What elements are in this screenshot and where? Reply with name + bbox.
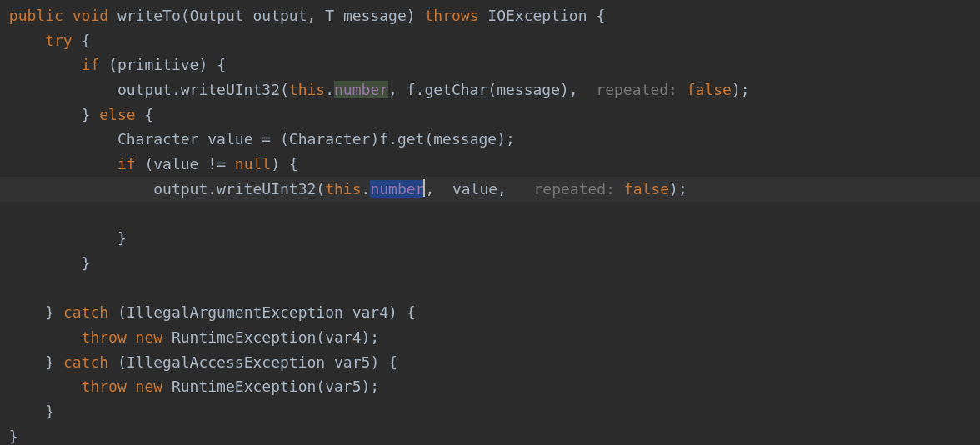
type: IllegalArgumentException [127, 303, 343, 321]
caret-icon [423, 179, 425, 197]
identifier: output [118, 81, 172, 98]
keyword-this: this [325, 180, 361, 198]
operator: != [208, 155, 226, 172]
keyword-catch: catch [63, 303, 108, 321]
code-line: } else { [0, 106, 153, 123]
keyword-try: try [45, 32, 72, 49]
code-line: Character value = (Character)f.get(messa… [0, 130, 515, 148]
code-line: try { [0, 32, 90, 49]
identifier: message [433, 130, 497, 148]
type: RuntimeException [172, 328, 316, 346]
type: IllegalAccessException [127, 353, 325, 371]
keyword-new: new [136, 378, 163, 395]
brace: { [217, 56, 226, 73]
field-number: number [334, 81, 388, 98]
keyword-if: if [82, 56, 100, 73]
code-line [0, 279, 9, 297]
brace: } [118, 229, 127, 247]
operator: = [262, 130, 271, 148]
inlay-hint: repeated: [533, 180, 615, 198]
identifier: value [452, 180, 498, 198]
type: Character [118, 130, 199, 148]
brace: } [82, 254, 91, 272]
keyword-catch: catch [63, 353, 108, 371]
identifier: value [153, 155, 198, 172]
keyword-public: public [9, 7, 63, 24]
code-line: throw new RuntimeException(var5); [0, 378, 379, 395]
method-call: get [398, 130, 425, 148]
identifier: f [379, 130, 388, 148]
keyword-throws: throws [424, 7, 478, 24]
identifier: output [153, 180, 208, 198]
keyword-null: null [235, 155, 271, 172]
keyword-else: else [99, 106, 135, 123]
identifier: var5 [325, 378, 361, 395]
brace: { [82, 32, 91, 49]
method-call: writeUInt32 [181, 81, 280, 98]
code-line: throw new RuntimeException(var4); [0, 328, 379, 346]
keyword-void: void [72, 7, 108, 24]
brace: { [388, 353, 398, 371]
brace: { [596, 7, 605, 24]
param-name: message [343, 7, 407, 24]
brace: } [45, 303, 54, 321]
keyword-false: false [687, 81, 732, 98]
code-line: } [0, 229, 127, 247]
code-line: } [0, 402, 54, 420]
field-number-selected: number [370, 180, 424, 198]
identifier: f [407, 81, 416, 98]
code-line: output.writeUInt32(this.number, f.getCha… [0, 81, 750, 98]
code-line: } catch (IllegalArgumentException var4) … [0, 303, 416, 321]
keyword-this: this [289, 81, 325, 98]
keyword-throw: throw [82, 328, 127, 346]
identifier: message [497, 81, 560, 98]
identifier: primitive [118, 56, 199, 73]
code-line: public void writeTo(Output output, T mes… [0, 7, 605, 24]
exception-type: IOException [488, 7, 587, 24]
keyword-throw: throw [82, 378, 127, 395]
identifier: var4 [352, 303, 388, 321]
param-type: Output [190, 7, 244, 24]
param-type: T [325, 7, 334, 24]
code-line: } [0, 428, 18, 445]
identifier: var4 [325, 328, 361, 346]
cast-type: Character [289, 130, 371, 148]
code-line: } [0, 254, 90, 272]
code-line-current: output.writeUInt32(this.number, value, r… [0, 177, 980, 202]
code-line: if (value != null) { [0, 155, 298, 172]
code-line: if (primitive) { [0, 56, 226, 73]
method-call: writeUInt32 [217, 180, 316, 198]
type: RuntimeException [172, 378, 316, 395]
brace: } [9, 428, 18, 445]
keyword-if: if [118, 155, 136, 172]
keyword-false: false [624, 180, 669, 198]
brace: { [144, 106, 153, 123]
brace: } [45, 353, 54, 371]
brace: } [82, 106, 91, 123]
identifier: var5 [334, 353, 370, 371]
brace: } [45, 402, 54, 420]
code-editor[interactable]: public void writeTo(Output output, T mes… [0, 0, 980, 445]
keyword-new: new [136, 328, 163, 346]
param-name: output [253, 7, 308, 24]
brace: { [407, 303, 416, 321]
code-line: } catch (IllegalAccessException var5) { [0, 353, 398, 371]
identifier: value [208, 130, 252, 148]
inlay-hint: repeated: [596, 81, 678, 98]
method-name: writeTo [118, 7, 181, 24]
method-call: getChar [424, 81, 488, 98]
brace: { [289, 155, 298, 172]
